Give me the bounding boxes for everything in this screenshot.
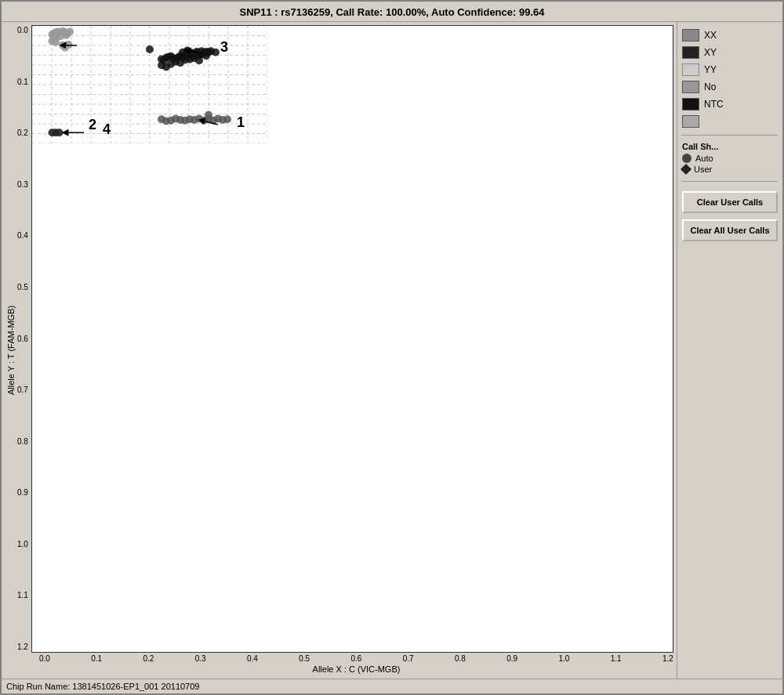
svg-point-90 (186, 115, 194, 123)
svg-point-81 (64, 41, 72, 49)
x-tick: 1.0 (559, 654, 570, 663)
clear-all-user-calls-button[interactable]: Clear All User Calls (682, 219, 778, 241)
y-tick: 0.1 (17, 78, 28, 86)
svg-point-53 (186, 56, 194, 63)
svg-text:3: 3 (220, 39, 228, 55)
x-tick: 0.4 (247, 654, 258, 663)
chart-wrapper: Allele Y : T (FAM-MGB) 1.2 1.1 1.0 0.9 0… (5, 25, 673, 675)
y-axis-label: Allele Y : T (FAM-MGB) (5, 25, 17, 675)
svg-point-47 (176, 59, 184, 67)
svg-point-43 (198, 51, 205, 59)
plot-area[interactable]: 2 3 1 4 (31, 25, 673, 653)
svg-text:1: 1 (237, 114, 245, 130)
chip-run-label: Chip Run Name: 1381451026-EP1_001 201107… (6, 682, 199, 691)
svg-point-68 (54, 28, 62, 36)
svg-point-98 (223, 115, 231, 123)
legend-item-blank (682, 114, 778, 129)
svg-point-49 (162, 63, 170, 71)
svg-point-76 (52, 34, 60, 42)
legend-color-no (682, 81, 699, 93)
grid-svg: 2 3 1 4 (32, 26, 267, 143)
y-tick: 0.2 (17, 129, 28, 137)
legend-label-yy: YY (704, 64, 717, 75)
svg-point-78 (48, 38, 56, 45)
x-tick: 0.3 (195, 654, 206, 663)
svg-point-88 (176, 116, 184, 124)
call-style-title: Call Sh... (682, 142, 778, 151)
y-tick: 1.1 (17, 592, 28, 599)
svg-point-40 (191, 52, 198, 60)
x-tick: 0.5 (299, 654, 310, 663)
svg-point-44 (200, 49, 208, 57)
svg-point-41 (193, 49, 201, 57)
svg-point-79 (52, 38, 60, 46)
svg-point-87 (172, 115, 180, 123)
svg-point-97 (219, 116, 227, 124)
svg-point-89 (181, 117, 189, 125)
svg-point-34 (176, 52, 184, 60)
svg-point-51 (172, 58, 180, 66)
svg-point-66 (49, 30, 57, 38)
svg-line-64 (187, 50, 203, 54)
legend-color-xx (682, 29, 699, 42)
svg-point-102 (52, 129, 60, 136)
svg-point-80 (59, 42, 67, 49)
legend-label-xx: XX (704, 30, 717, 41)
svg-point-29 (165, 53, 172, 61)
svg-point-33 (174, 53, 182, 61)
svg-text:2: 2 (89, 117, 96, 132)
svg-point-70 (59, 27, 67, 35)
x-tick: 0.8 (455, 654, 466, 663)
y-tick: 0.8 (17, 438, 28, 446)
chart-with-axes: 1.2 1.1 1.0 0.9 0.8 0.7 0.6 0.5 0.4 0.3 … (17, 25, 673, 675)
svg-point-82 (61, 44, 69, 52)
y-ticks: 1.2 1.1 1.0 0.9 0.8 0.7 0.6 0.5 0.4 0.3 … (17, 25, 31, 653)
legend-color-xy (682, 46, 699, 59)
svg-point-26 (158, 55, 165, 63)
svg-point-31 (167, 52, 175, 60)
legend-item-ntc: NTC (682, 97, 778, 111)
svg-point-62 (207, 47, 215, 55)
svg-text:4: 4 (103, 121, 111, 137)
sidebar: XX XY YY No NTC (677, 22, 782, 679)
legend-divider (682, 135, 778, 136)
buttons-divider (682, 181, 778, 182)
svg-point-67 (52, 28, 60, 36)
svg-point-109 (146, 45, 154, 53)
y-tick: 0.4 (17, 232, 28, 240)
svg-point-57 (183, 47, 191, 55)
svg-point-99 (205, 111, 212, 119)
svg-point-27 (162, 54, 170, 62)
svg-point-103 (55, 129, 63, 136)
y-tick: 0.5 (17, 284, 28, 291)
x-axis-label: Allele X : C (VIC-MGB) (39, 663, 673, 675)
svg-point-56 (179, 49, 187, 56)
y-tick: 0.3 (17, 181, 28, 189)
svg-point-77 (49, 36, 57, 44)
main-window: SNP11 : rs7136259, Call Rate: 100.00%, A… (0, 0, 784, 695)
call-style-auto: Auto (682, 153, 778, 164)
svg-point-95 (209, 117, 217, 125)
clear-user-calls-button[interactable]: Clear User Calls (682, 191, 778, 213)
svg-point-60 (198, 47, 205, 55)
legend-color-ntc (682, 98, 699, 110)
auto-label: Auto (695, 154, 713, 163)
call-style-section: Call Sh... Auto User (682, 142, 778, 175)
legend-item-no: No (682, 80, 778, 94)
svg-point-35 (179, 54, 187, 62)
svg-point-71 (61, 28, 69, 36)
y-tick: 1.0 (17, 541, 28, 548)
y-tick: 0.9 (17, 489, 28, 497)
svg-point-73 (66, 28, 74, 36)
legend-label-no: No (704, 81, 716, 92)
user-diamond-icon (681, 164, 691, 175)
svg-point-46 (205, 49, 212, 56)
x-tick: 1.2 (662, 654, 673, 663)
legend-item-yy: YY (682, 63, 778, 77)
svg-point-75 (56, 33, 64, 41)
user-label: User (694, 165, 712, 174)
svg-point-36 (181, 52, 189, 60)
svg-point-38 (186, 52, 194, 60)
legend-item-xx: XX (682, 28, 778, 42)
svg-point-84 (158, 115, 165, 123)
